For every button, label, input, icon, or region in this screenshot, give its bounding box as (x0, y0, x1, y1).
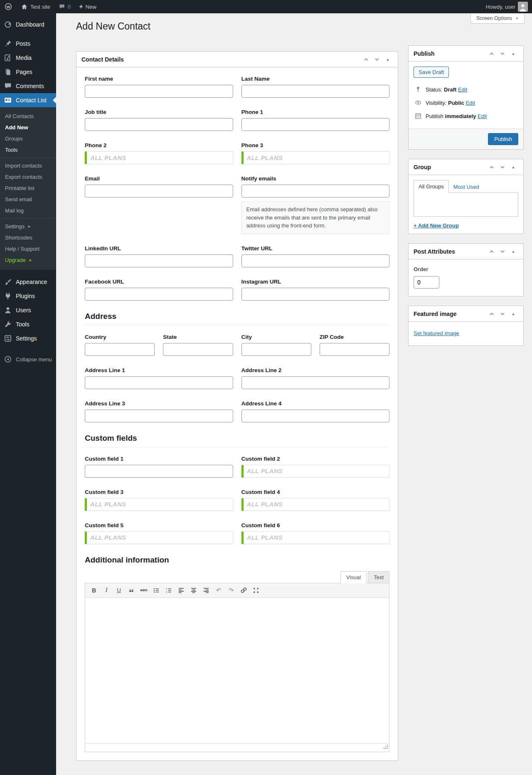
submenu-tools[interactable]: Tools (0, 144, 56, 155)
bulleted-list-button[interactable] (151, 585, 162, 595)
site-name-menu[interactable]: Test site (17, 0, 54, 13)
move-up-button[interactable] (487, 162, 497, 172)
plugins-plug-icon (4, 292, 12, 300)
group-tab-most-used[interactable]: Most Used (449, 181, 484, 193)
submenu-mail-log[interactable]: Mail log (0, 205, 56, 216)
editor-content[interactable] (85, 598, 389, 743)
toggle-panel-button[interactable]: ▲ (508, 309, 518, 319)
screen-options-button[interactable]: Screen Options ▼ (470, 13, 525, 24)
move-down-button[interactable] (498, 162, 507, 172)
city-input[interactable] (241, 343, 311, 356)
move-up-button[interactable] (487, 49, 497, 59)
sidebar-item-tools[interactable]: Tools (0, 317, 56, 331)
collapse-menu-button[interactable]: Collapse menu (0, 352, 56, 366)
move-up-button[interactable] (487, 309, 497, 319)
move-down-button[interactable] (498, 309, 507, 319)
move-up-button[interactable] (487, 247, 497, 257)
order-input[interactable] (414, 276, 439, 289)
first-name-input[interactable] (85, 85, 233, 98)
submenu-printable-list[interactable]: Printable list (0, 183, 56, 194)
submenu-add-new[interactable]: Add New (0, 122, 56, 133)
phone2-label: Phone 2 (85, 142, 233, 148)
phone1-input[interactable] (241, 118, 390, 131)
submenu-shortcodes[interactable]: Shortcodes (0, 232, 56, 243)
address-line4-input[interactable] (241, 410, 390, 422)
sidebar-item-dashboard[interactable]: Dashboard (0, 17, 56, 32)
sidebar-item-comments[interactable]: Comments (0, 79, 56, 93)
new-content-menu[interactable]: + New (75, 0, 101, 13)
sidebar-item-settings[interactable]: Settings (0, 331, 56, 346)
add-new-group-link[interactable]: + Add New Group (414, 222, 459, 229)
state-input[interactable] (163, 343, 233, 356)
sidebar-item-label: Contact List (16, 97, 47, 104)
custom-field1-input[interactable] (85, 465, 233, 478)
instagram-url-input[interactable] (241, 288, 390, 301)
resize-grip-icon[interactable] (383, 743, 388, 751)
sidebar-item-appearance[interactable]: Appearance (0, 275, 56, 289)
set-featured-image-link[interactable]: Set featured image (414, 330, 459, 336)
move-down-button[interactable] (372, 54, 382, 64)
strikethrough-button[interactable]: ABC (138, 585, 149, 595)
toggle-panel-button[interactable]: ▲ (508, 49, 518, 59)
my-account-menu[interactable]: Howdy, user (482, 0, 532, 13)
fullscreen-button[interactable] (251, 585, 261, 595)
undo-button[interactable]: ↶ (213, 585, 224, 595)
sidebar-item-users[interactable]: Users (0, 303, 56, 317)
group-checklist[interactable] (414, 193, 518, 217)
active-menu-notch (53, 97, 56, 104)
facebook-url-input[interactable] (85, 288, 233, 301)
submenu-help-support[interactable]: Help / Support (0, 243, 56, 254)
sidebar-item-posts[interactable]: Posts (0, 37, 56, 51)
submenu-groups[interactable]: Groups (0, 133, 56, 144)
publish-button[interactable]: Publish (488, 133, 518, 145)
wordpress-logo[interactable]: W (0, 0, 17, 13)
toggle-panel-button[interactable]: ▲ (383, 54, 393, 64)
last-name-input[interactable] (241, 85, 390, 98)
sidebar-item-media[interactable]: Media (0, 51, 56, 65)
notify-emails-input[interactable] (241, 185, 390, 197)
bold-button[interactable]: B (89, 585, 99, 595)
sidebar-item-plugins[interactable]: Plugins (0, 289, 56, 303)
submenu-settings[interactable]: Settings➤ (0, 221, 56, 232)
comments-indicator[interactable]: 0 (54, 0, 75, 13)
underline-button[interactable]: U (113, 585, 124, 595)
howdy-label: Howdy, user (486, 4, 515, 10)
submenu-send-email[interactable]: Send email (0, 194, 56, 205)
email-input[interactable] (85, 185, 233, 197)
linkedin-url-input[interactable] (85, 254, 233, 267)
zip-code-input[interactable] (320, 343, 389, 356)
align-left-button[interactable] (176, 585, 187, 595)
submenu-import-contacts[interactable]: Import contacts (0, 160, 56, 171)
align-center-button[interactable] (188, 585, 199, 595)
edit-schedule-link[interactable]: Edit (478, 113, 487, 119)
move-down-button[interactable] (498, 49, 507, 59)
group-tab-all[interactable]: All Groups (414, 180, 449, 193)
address-line3-input[interactable] (85, 410, 233, 422)
move-down-button[interactable] (498, 247, 507, 257)
custom-field2-label: Custom field 2 (241, 456, 390, 462)
submenu-export-contacts[interactable]: Export contacts (0, 171, 56, 183)
submenu-upgrade[interactable]: Upgrade➤ (0, 254, 56, 266)
sidebar-item-pages[interactable]: Pages (0, 65, 56, 79)
align-right-button[interactable] (201, 585, 212, 595)
numbered-list-button[interactable]: 12 (163, 585, 174, 595)
twitter-url-input[interactable] (241, 254, 390, 267)
italic-button[interactable]: I (101, 585, 112, 595)
toggle-panel-button[interactable]: ▲ (508, 247, 518, 257)
blockquote-button[interactable]: “ (126, 585, 137, 595)
link-button[interactable] (238, 585, 249, 595)
edit-status-link[interactable]: Edit (458, 86, 467, 93)
address-line2-input[interactable] (241, 376, 390, 389)
address-line1-input[interactable] (85, 376, 233, 389)
sidebar-item-contact-list[interactable]: Contact List (0, 93, 56, 107)
country-input[interactable] (85, 343, 155, 356)
move-up-button[interactable] (361, 54, 371, 64)
save-draft-button[interactable]: Save Draft (414, 67, 449, 78)
edit-visibility-link[interactable]: Edit (466, 100, 475, 106)
toggle-panel-button[interactable]: ▲ (508, 162, 518, 172)
submenu-all-contacts[interactable]: All Contacts (0, 111, 56, 122)
redo-button[interactable]: ↷ (226, 585, 236, 595)
job-title-input[interactable] (85, 118, 233, 131)
editor-tab-visual[interactable]: Visual (340, 571, 367, 583)
editor-tab-text[interactable]: Text (368, 571, 389, 583)
